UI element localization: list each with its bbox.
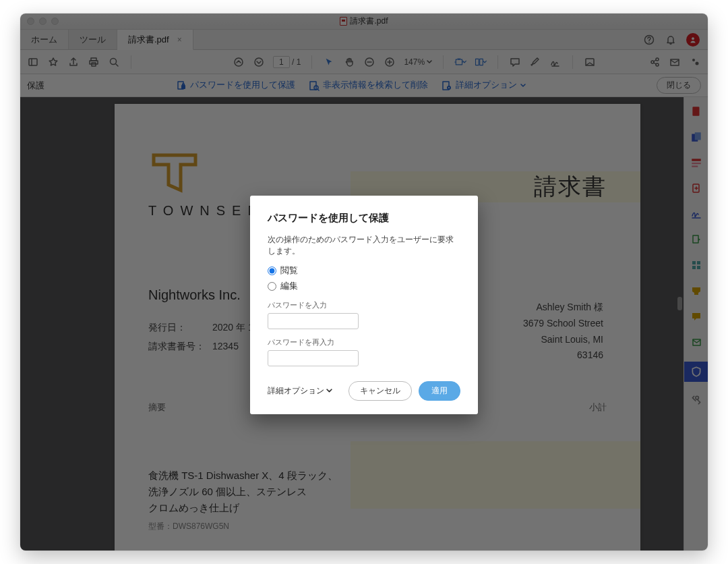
apply-button[interactable]: 適用 [419,381,460,401]
password-label: パスワードを入力 [268,300,460,310]
radio-view-label: 閲覧 [280,265,298,277]
dialog-title: パスワードを使用して保護 [268,212,460,225]
radio-view-row[interactable]: 閲覧 [268,265,460,277]
radio-edit-row[interactable]: 編集 [268,281,460,292]
radio-edit-label: 編集 [280,281,298,292]
password-protect-dialog: パスワードを使用して保護 次の操作のためのパスワード入力をユーザーに要求します。… [250,196,478,414]
cancel-button[interactable]: キャンセル [348,381,412,401]
password-confirm-input[interactable] [268,350,359,366]
password-confirm-label: パスワードを再入力 [268,337,460,347]
radio-view[interactable] [268,266,276,275]
radio-edit[interactable] [268,282,276,291]
advanced-options-text: 詳細オプション [268,385,324,397]
password-input[interactable] [268,313,359,329]
dialog-description: 次の操作のためのパスワード入力をユーザーに要求します。 [268,234,460,257]
app-window: 請求書.pdf ホーム ツール 請求書.pdf × [20,13,708,551]
advanced-options-link[interactable]: 詳細オプション [268,385,332,397]
